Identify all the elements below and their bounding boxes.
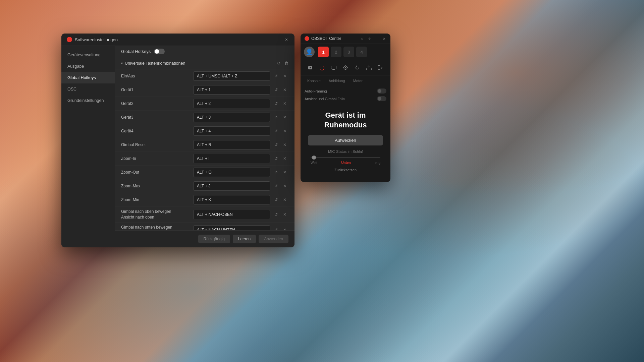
hotkey-actions-zoom-max: ↺ ✕ xyxy=(272,182,288,190)
sidebar-item-global-hotkeys[interactable]: Global Hotkeys xyxy=(61,72,115,83)
device-status-title: Gerät ist imRuhemodus xyxy=(308,111,383,130)
hotkey-input-zoom-max[interactable]: ALT + J xyxy=(193,181,270,191)
reset-hotkey-zoom-min[interactable]: ↺ xyxy=(272,196,280,203)
hotkey-label-gerat3: Gerät3 xyxy=(121,115,193,120)
hotkey-row-gerat3: Gerät3 ALT + 3 ↺ ✕ xyxy=(115,111,294,124)
clear-hotkey-gerat4[interactable]: ✕ xyxy=(281,127,288,135)
apply-button[interactable]: Anwenden xyxy=(259,235,288,243)
delete-section-icon[interactable]: 🗑 xyxy=(284,61,288,66)
global-hotkeys-toggle[interactable] xyxy=(154,49,165,54)
hotkey-input-gerat1[interactable]: ALT + 1 xyxy=(193,85,270,95)
tab-konsole[interactable]: Konsole xyxy=(304,77,324,85)
reset-hotkey-zoom-out[interactable]: ↺ xyxy=(272,169,280,176)
slider-label-weit: Weit xyxy=(311,161,317,165)
user-avatar: 👤 xyxy=(304,47,315,57)
obsbot-minimize-btn[interactable]: — xyxy=(374,36,379,41)
hotkey-label-gerat4: Gerät4 xyxy=(121,128,193,134)
hotkey-input-gimbal-down[interactable]: ALT + NACH-UNTEN xyxy=(193,225,270,230)
hotkey-row-gimbal-up: Gimbal nach oben bewegen Ansicht nach ob… xyxy=(115,207,294,223)
hotkey-actions-gimbal-down: ↺ ✕ xyxy=(272,226,288,230)
clear-hotkey-gerat3[interactable]: ✕ xyxy=(281,114,288,121)
hotkey-input-gerat2[interactable]: ALT + 2 xyxy=(193,99,270,108)
hotkey-row-zoom-in: Zoom-In ALT + I ↺ ✕ xyxy=(115,152,294,166)
ansicht-gimbal-toggle[interactable] xyxy=(377,96,386,101)
clear-hotkey-zoom-max[interactable]: ✕ xyxy=(281,182,288,190)
close-button[interactable]: × xyxy=(283,36,290,43)
power-icon[interactable] xyxy=(317,63,327,72)
reset-hotkey-zoom-max[interactable]: ↺ xyxy=(272,182,280,190)
clear-hotkey-zoom-out[interactable]: ✕ xyxy=(281,169,288,176)
obsbot-window: OBSBOT Center ⊙ ⚙ — ✕ 👤 1 2 3 4 xyxy=(301,34,390,182)
preset-button-2[interactable]: 2 xyxy=(331,47,341,57)
tab-anbildung[interactable]: Anbildung xyxy=(325,77,348,85)
clear-hotkey-gerat2[interactable]: ✕ xyxy=(281,100,288,107)
ansicht-gimbal-row: Ansicht und Gimbal Folln xyxy=(305,96,386,101)
preset-button-3[interactable]: 3 xyxy=(343,47,354,57)
clear-hotkey-zoom-in[interactable]: ✕ xyxy=(281,155,288,162)
preset-button-1[interactable]: 1 xyxy=(318,47,329,57)
clear-hotkey-gerat1[interactable]: ✕ xyxy=(281,86,288,94)
clear-hotkey-gimbal-down[interactable]: ✕ xyxy=(281,226,288,230)
sidebar-item-ausgabe[interactable]: Ausgabe xyxy=(61,61,115,72)
wake-button[interactable]: Aufwecken xyxy=(308,135,383,145)
hotkey-input-gerat4[interactable]: ALT + 4 xyxy=(193,126,270,136)
hotkey-label-zoom-out: Zoom-Out xyxy=(121,170,193,175)
clear-hotkey-zoom-min[interactable]: ✕ xyxy=(281,196,288,203)
clear-button[interactable]: Leeren xyxy=(233,235,256,243)
clear-hotkey-gimbal-up[interactable]: ✕ xyxy=(281,211,288,218)
clear-hotkey-gimbal-reset[interactable]: ✕ xyxy=(281,141,288,148)
reset-hotkey-gerat3[interactable]: ↺ xyxy=(272,114,280,121)
auto-framing-toggle[interactable] xyxy=(377,88,386,94)
slider-label-eng: eng xyxy=(375,161,380,165)
sidebar-item-grundeinstellungen[interactable]: Grundeinstellungen xyxy=(61,95,115,106)
hotkey-actions-gerat2: ↺ ✕ xyxy=(272,100,288,107)
reset-hotkey-gimbal-reset[interactable]: ↺ xyxy=(272,141,280,148)
reset-hotkey-gimbal-up[interactable]: ↺ xyxy=(272,211,280,218)
software-footer: Rückgängig Leeren Anwenden xyxy=(115,230,294,247)
hotkey-row-gerat4: Gerät4 ALT + 4 ↺ ✕ xyxy=(115,124,294,138)
clear-hotkey-einaus[interactable]: ✕ xyxy=(281,72,288,80)
slider-label-unten: Unten xyxy=(341,161,351,165)
reset-hotkey-gimbal-down[interactable]: ↺ xyxy=(272,226,280,230)
sidebar-item-gerateverwaltung[interactable]: Geräteverwaltung xyxy=(61,49,115,61)
target-icon[interactable] xyxy=(341,63,350,72)
hotkey-input-zoom-out[interactable]: ALT + O xyxy=(193,168,270,177)
universal-header-icons: ↺ 🗑 xyxy=(277,61,288,66)
refresh-icon[interactable] xyxy=(353,63,362,72)
hotkey-input-gimbal-reset[interactable]: ALT + R xyxy=(193,140,270,149)
hotkey-input-einaus[interactable]: ALT + UMSCHALT + Z xyxy=(193,71,270,81)
universal-section-header: ▾ Universale Tastenkombinationen ↺ 🗑 xyxy=(115,57,294,69)
global-hotkeys-toggle-row: Global Hotkeys xyxy=(115,46,294,57)
reset-hotkey-einaus[interactable]: ↺ xyxy=(272,72,280,80)
software-title: Softwareeinstellungen xyxy=(75,37,118,42)
obsbot-titlebar: OBSBOT Center ⊙ ⚙ — ✕ xyxy=(301,34,390,44)
hotkey-input-zoom-in[interactable]: ALT + I xyxy=(193,154,270,163)
obsbot-close-btn[interactable]: ✕ xyxy=(382,36,386,41)
sidebar-item-osc[interactable]: OSC xyxy=(61,83,115,95)
camera-icon[interactable] xyxy=(306,63,315,72)
universal-section-title-area: ▾ Universale Tastenkombinationen xyxy=(121,61,185,66)
universal-section-title: Universale Tastenkombinationen xyxy=(125,61,185,66)
monitor-icon[interactable] xyxy=(329,63,338,72)
chevron-down-icon: ▾ xyxy=(121,61,123,65)
hotkey-actions-gerat4: ↺ ✕ xyxy=(272,127,288,135)
obsbot-dot1-btn[interactable]: ⊙ xyxy=(360,36,364,41)
mic-slider-thumb[interactable] xyxy=(312,156,316,160)
reset-hotkey-gerat1[interactable]: ↺ xyxy=(272,86,280,94)
reset-hotkey-gerat2[interactable]: ↺ xyxy=(272,100,280,107)
obsbot-settings-btn[interactable]: ⚙ xyxy=(367,36,372,41)
hotkey-input-gerat3[interactable]: ALT + 3 xyxy=(193,113,270,122)
hotkey-input-zoom-min[interactable]: ALT + K xyxy=(193,195,270,204)
hotkey-label-gimbal-up: Gimbal nach oben bewegen Ansicht nach ob… xyxy=(121,209,193,220)
reset-hotkey-zoom-in[interactable]: ↺ xyxy=(272,155,280,162)
cancel-button[interactable]: Rückgängig xyxy=(198,235,230,243)
tab-motor[interactable]: Motor xyxy=(350,77,366,85)
preset-button-4[interactable]: 4 xyxy=(356,47,367,57)
upload-icon[interactable] xyxy=(364,63,374,72)
reset-hotkey-gerat4[interactable]: ↺ xyxy=(272,127,280,135)
hotkey-actions-gerat1: ↺ ✕ xyxy=(272,86,288,94)
hotkey-input-gimbal-up[interactable]: ALT + NACH-OBEN xyxy=(193,210,270,219)
export-icon[interactable] xyxy=(376,63,385,72)
reset-button[interactable]: Zurücksetzen xyxy=(308,167,383,173)
refresh-section-icon[interactable]: ↺ xyxy=(277,61,281,66)
